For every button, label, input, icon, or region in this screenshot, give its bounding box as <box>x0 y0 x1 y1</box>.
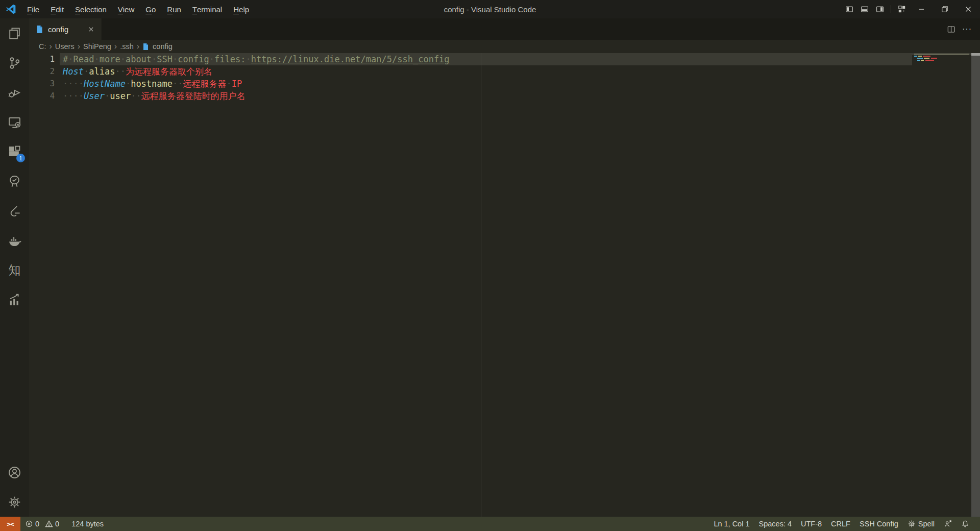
language-mode-status[interactable]: SSH Config <box>855 517 903 531</box>
gear-icon <box>8 495 21 509</box>
spell-checker-status[interactable]: Spell <box>903 517 939 531</box>
menu-terminal[interactable]: Terminal <box>187 0 228 18</box>
tab-label: config <box>48 25 85 34</box>
activity-stats[interactable] <box>0 285 29 315</box>
docker-icon <box>8 234 21 248</box>
token-value: user <box>110 91 131 101</box>
token-annotation: 远程服务器·IP <box>183 79 242 89</box>
code-lines: 1#·Read·more·about·SSH·config·files:·htt… <box>29 53 912 102</box>
panel-right-toggle[interactable] <box>872 3 888 16</box>
vscode-window: FileEditSelectionViewGoRunTerminalHelp c… <box>0 0 980 531</box>
status-right: Ln 1, Col 1Spaces: 4UTF-8CRLFSSH ConfigS… <box>709 517 980 531</box>
minimize-button[interactable] <box>910 0 933 18</box>
close-button[interactable] <box>957 0 980 18</box>
source-control-icon <box>8 56 21 70</box>
line-number: 2 <box>29 65 55 78</box>
line-number: 3 <box>29 78 55 90</box>
feedback-status[interactable] <box>939 517 957 531</box>
split-editor-icon <box>947 25 955 34</box>
notifications-status[interactable] <box>957 517 974 531</box>
menu-selection[interactable]: Selection <box>69 0 112 18</box>
file-size-status[interactable]: 124 bytes <box>67 517 108 531</box>
activity-remote-explorer[interactable] <box>0 107 29 137</box>
restore-button[interactable] <box>933 0 957 18</box>
minimap[interactable] <box>912 53 971 517</box>
activity-extensions[interactable]: 1 <box>0 137 29 166</box>
close-icon[interactable] <box>85 23 96 35</box>
menu-bar: FileEditSelectionViewGoRunTerminalHelp <box>21 0 255 18</box>
status-left: ><00124 bytes <box>0 517 108 531</box>
menu-view[interactable]: View <box>112 0 140 18</box>
menu-go[interactable]: Go <box>140 0 161 18</box>
end-of-line-status[interactable]: CRLF <box>826 517 855 531</box>
code-editor[interactable]: 1#·Read·more·about·SSH·config·files:·htt… <box>29 53 980 517</box>
remote-explorer-icon <box>8 115 21 129</box>
column-ruler <box>481 53 481 517</box>
gear-icon <box>908 520 916 528</box>
more-actions-icon: ··· <box>962 25 972 34</box>
menu-file[interactable]: File <box>21 0 45 18</box>
chevron-right-icon: › <box>78 42 80 51</box>
tab-config[interactable]: config <box>29 18 102 40</box>
close-icon <box>964 5 972 13</box>
activity-explorer[interactable] <box>0 18 29 48</box>
menu-help[interactable]: Help <box>228 0 255 18</box>
remote-indicator[interactable]: >< <box>0 517 20 531</box>
scrollbar[interactable] <box>971 53 980 517</box>
problems-status[interactable]: 00 <box>20 517 67 531</box>
token-value: alias <box>89 66 115 77</box>
code-line-3: 3····HostName·hostname··远程服务器·IP <box>29 78 912 90</box>
chevron-right-icon: › <box>137 42 139 51</box>
account-icon <box>8 466 21 479</box>
activity-run-and-debug[interactable] <box>0 78 29 107</box>
encoding-status[interactable]: UTF-8 <box>796 517 826 531</box>
testing-icon <box>8 175 21 188</box>
badge: 1 <box>16 154 25 162</box>
menu-edit[interactable]: Edit <box>45 0 69 18</box>
customize-layout-button[interactable] <box>894 3 910 16</box>
person-icon <box>944 520 952 528</box>
error-icon <box>25 520 33 528</box>
warning-icon <box>45 520 53 528</box>
breadcrumb-file[interactable]: config <box>142 42 173 51</box>
activity-zhihu[interactable]: 知 <box>0 255 29 285</box>
activity-accounts[interactable] <box>0 457 29 487</box>
status-bar: ><00124 bytes Ln 1, Col 1Spaces: 4UTF-8C… <box>0 517 980 531</box>
token-annotation: 为远程服务器取个别名 <box>126 66 212 77</box>
file-icon <box>35 25 44 34</box>
line-number: 1 <box>29 53 55 65</box>
cursor-position-status[interactable]: Ln 1, Col 1 <box>709 517 754 531</box>
menu-run[interactable]: Run <box>161 0 187 18</box>
activity-leetcode[interactable] <box>0 196 29 226</box>
code-line-4: 4····User·user··远程服务器登陆时的用户名 <box>29 90 912 102</box>
code-line-1: 1#·Read·more·about·SSH·config·files:·htt… <box>29 53 912 65</box>
activity-docker[interactable] <box>0 226 29 255</box>
bell-icon <box>961 520 969 528</box>
activity-source-control[interactable] <box>0 48 29 78</box>
tab-bar: config ··· <box>29 18 980 40</box>
more-actions-button[interactable]: ··· <box>959 21 975 37</box>
activity-settings[interactable] <box>0 487 29 517</box>
breadcrumb-segment[interactable]: ShiPeng <box>83 42 112 51</box>
breadcrumb-segment[interactable]: C: <box>38 42 47 51</box>
breadcrumb-segment[interactable]: .ssh <box>119 42 134 51</box>
indentation-status[interactable]: Spaces: 4 <box>754 517 797 531</box>
panel-left-toggle[interactable] <box>842 3 857 16</box>
token-comment: #·Read·more·about·SSH·config·files:· <box>63 54 251 64</box>
debug-icon <box>8 86 21 100</box>
remote-icon: >< <box>7 520 14 528</box>
breadcrumb: C:›Users›ShiPeng›.ssh›config <box>29 40 980 53</box>
panel-bottom-toggle[interactable] <box>857 3 872 16</box>
breadcrumb-segment[interactable]: Users <box>55 42 75 51</box>
activity-testing[interactable] <box>0 166 29 196</box>
file-icon <box>142 43 150 51</box>
editor-actions: ··· <box>943 18 980 40</box>
line-content: Host·alias··为远程服务器取个别名 <box>60 65 912 78</box>
leetcode-icon <box>8 204 21 218</box>
stats-icon <box>8 293 21 307</box>
files-icon <box>8 27 21 40</box>
layout-icon <box>898 5 906 13</box>
token-annotation: 远程服务器登陆时的用户名 <box>141 91 246 101</box>
token-keyword: Host <box>63 66 84 77</box>
split-editor-button[interactable] <box>943 21 959 37</box>
